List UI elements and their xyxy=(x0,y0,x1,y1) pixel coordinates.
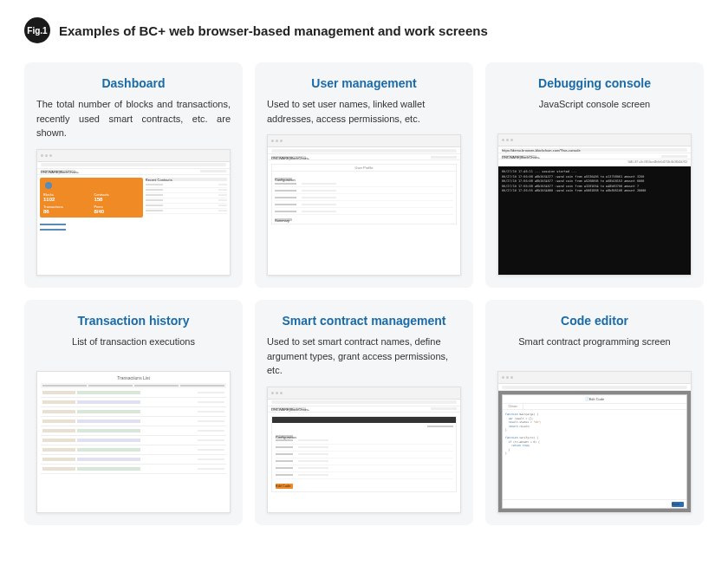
card-user-management: User management Used to set user names, … xyxy=(255,62,473,288)
dashboard-stats-panel: Blocks1102 Contracts158 Transactions86 P… xyxy=(40,178,143,218)
edit-code-button: Edit Code xyxy=(276,484,293,489)
card-desc: Smart contract programming screen xyxy=(518,335,670,362)
card-title: Dashboard xyxy=(101,76,165,90)
thumbnail-user-management: DNCWARE|BlockChain+ User Profile Configu… xyxy=(267,134,461,276)
card-title: Code editor xyxy=(561,314,628,328)
screens-grid: Dashboard The total number of blocks and… xyxy=(24,62,704,525)
thumbnail-dashboard: DNCWARE|BlockChain+ Blocks1102 Contracts… xyxy=(36,149,231,276)
card-desc: JavaScript console screen xyxy=(539,97,650,125)
card-dashboard: Dashboard The total number of blocks and… xyxy=(24,62,243,288)
card-code-editor: Code editor Smart contract programming s… xyxy=(485,300,704,525)
console-output: 09/27/19 17:45:11 --- session started --… xyxy=(498,166,691,276)
card-debugging-console: Debugging console JavaScript console scr… xyxy=(485,62,704,288)
thumbnail-code-editor: 📄 Edit Code #1/main function main(args) … xyxy=(497,371,692,513)
card-desc: Used to set smart contract names, define… xyxy=(267,335,461,378)
thumbnail-debug-console: https://demo.browser-blockchain.com/?liv… xyxy=(497,133,692,276)
figure-badge: Fig.1 xyxy=(24,17,50,43)
card-title: Smart contract management xyxy=(282,314,445,328)
thumbnail-smart-contract-mgmt: DNCWARE|BlockChain+ Configuration Edit C xyxy=(267,387,461,514)
figure-header: Fig.1 Examples of BC+ web browser-based … xyxy=(24,17,704,43)
card-desc: List of transaction executions xyxy=(72,335,195,362)
thumbnail-transaction-history: Transactions List xyxy=(36,371,231,513)
code-area: function main(args) { var result = {}; r… xyxy=(503,410,686,499)
card-title: User management xyxy=(311,76,416,90)
figure-title: Examples of BC+ web browser-based manage… xyxy=(59,23,488,38)
card-transaction-history: Transaction history List of transaction … xyxy=(24,300,243,525)
card-title: Debugging console xyxy=(538,76,651,90)
card-desc: Used to set user names, linked wallet ad… xyxy=(267,97,461,126)
card-smart-contract-management: Smart contract management Used to set sm… xyxy=(255,300,473,525)
card-title: Transaction history xyxy=(77,314,189,328)
globe-icon xyxy=(45,182,52,189)
save-button: Save xyxy=(672,502,684,507)
card-desc: The total number of blocks and transacti… xyxy=(36,97,231,140)
